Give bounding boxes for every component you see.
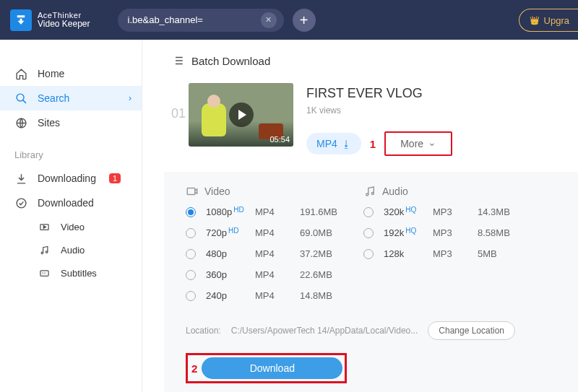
format-label: MP4 [255,269,300,280]
batch-download-button[interactable]: Batch Download [142,40,578,83]
library-label: Library [0,135,142,166]
download-icon [14,173,27,185]
check-circle-icon [14,197,27,209]
size-label: 22.6MB [300,269,332,280]
quality-label: 320kHQ [384,206,433,217]
quality-label: 360p [206,269,255,280]
quality-label: 192kHQ [384,227,433,238]
location-path: C:/Users/ApowerTech 14/AppData/Local/Vid… [231,326,418,336]
radio-icon[interactable] [186,270,196,280]
sidebar-item-downloaded[interactable]: Downloaded [0,191,142,215]
app-logo-icon [10,9,32,31]
sidebar-item-label: Downloading [38,173,96,184]
result-index: 01 [171,106,189,121]
video-option[interactable]: 720pHDMP469.0MB [186,227,363,238]
mp4-download-chip[interactable]: MP4 [306,133,361,154]
sidebar-item-search[interactable]: Search › [0,86,142,110]
sites-icon [14,117,27,129]
quality-tag: HQ [405,227,416,235]
audio-option[interactable]: 128kMP35MB [363,248,510,259]
sidebar-sub-audio[interactable]: Audio [0,238,142,261]
audio-option[interactable]: 320kHQMP314.3MB [363,206,510,217]
sidebar-item-label: Video [61,222,85,232]
home-icon [14,68,27,80]
video-icon [38,222,51,232]
radio-icon[interactable] [186,207,196,217]
download-button[interactable]: Download [202,357,342,379]
upgrade-button[interactable]: Upgra [519,9,578,32]
size-label: 37.2MB [300,248,332,259]
sidebar-item-sites[interactable]: Sites [0,110,142,135]
format-label: MP3 [433,248,478,259]
quality-tag: HD [233,206,243,214]
list-icon [171,54,184,67]
radio-icon[interactable] [363,207,374,217]
annotation-2: Download [186,353,347,383]
quality-label: 480p [206,248,255,259]
sidebar-item-label: Subtitles [61,268,97,279]
size-label: 69.0MB [300,227,332,238]
sidebar-item-label: Sites [38,117,60,129]
size-label: 8.58MB [478,227,510,238]
size-label: 5MB [478,248,497,259]
video-option[interactable]: 480pMP437.2MB [186,248,363,259]
location-label: Location: [186,326,221,336]
format-label: MP3 [433,227,478,238]
sidebar-item-label: Home [38,68,64,79]
sidebar-sub-video[interactable]: Video [0,215,142,238]
svg-text:CC: CC [41,271,46,275]
main-panel: Batch Download 01 05:54 FIRST EVER VLOG … [142,40,578,392]
radio-icon[interactable] [186,228,196,238]
chevron-right-icon: › [129,93,131,103]
size-label: 191.6MB [300,206,337,217]
search-icon [14,92,27,105]
radio-icon[interactable] [363,249,374,259]
cc-icon: CC [38,268,51,279]
audio-column-icon [363,185,376,198]
svg-point-10 [371,193,374,195]
app-header: AceThinker Video Keeper Upgra [0,0,578,40]
video-views: 1K views [306,105,452,116]
size-label: 14.8MB [300,290,332,301]
sidebar-sub-subtitles[interactable]: CC Subtitles [0,261,142,284]
radio-icon[interactable] [363,228,374,238]
duration-label: 05:54 [269,135,290,144]
sidebar-item-home[interactable]: Home [0,61,142,86]
annotation-1: 1 [368,138,377,150]
search-result: 01 05:54 FIRST EVER VLOG 1K views MP4 1 … [142,83,578,169]
format-label: MP4 [255,248,300,259]
quality-label: 1080pHD [206,206,255,217]
audio-option[interactable]: 192kHQMP38.58MB [363,227,510,238]
svg-point-0 [17,94,24,101]
downloading-count-badge: 1 [109,173,121,183]
quality-tag: HQ [405,206,416,214]
svg-point-4 [41,252,43,254]
clear-url-icon[interactable] [261,12,277,28]
brand-line2: Video Keeper [38,19,90,29]
more-options-button[interactable]: More [384,131,452,156]
brand-text: AceThinker Video Keeper [38,11,90,29]
svg-point-5 [46,251,48,253]
video-option[interactable]: 1080pHDMP4191.6MB [186,206,363,217]
add-url-button[interactable] [293,9,316,32]
radio-icon[interactable] [186,249,196,259]
audio-column-label: Audio [382,186,408,197]
sidebar-item-label: Downloaded [38,197,94,209]
url-input-wrap [118,9,284,32]
video-column-icon [186,185,199,198]
video-column-label: Video [204,186,230,197]
radio-icon[interactable] [186,291,196,301]
url-input[interactable] [128,14,261,25]
audio-icon [38,245,51,256]
format-label: MP3 [433,206,478,217]
video-option[interactable]: 240pMP414.8MB [186,290,363,301]
sidebar-item-label: Audio [61,245,85,256]
video-option[interactable]: 360pMP422.6MB [186,269,363,280]
svg-rect-8 [187,188,195,195]
format-label: MP4 [255,227,300,238]
svg-point-9 [366,193,368,196]
change-location-button[interactable]: Change Location [428,321,515,340]
svg-point-2 [17,199,26,208]
sidebar-item-downloading[interactable]: Downloading 1 [0,166,142,191]
video-thumbnail[interactable]: 05:54 [189,83,293,147]
